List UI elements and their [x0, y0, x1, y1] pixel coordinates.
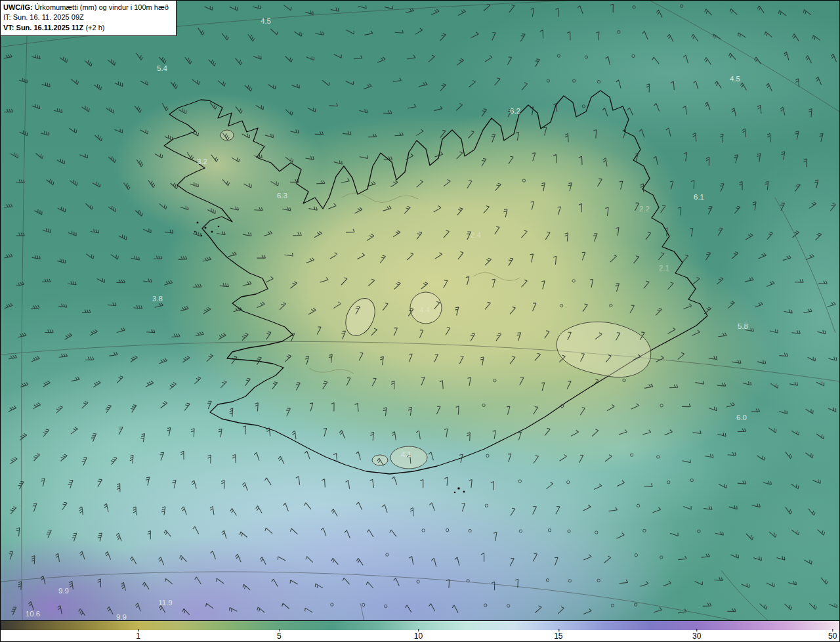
- colorbar-tick-label: 10: [414, 631, 423, 641]
- info-line-valid: VT: Sun. 16.11.2025 11Z (+2 h): [3, 23, 172, 33]
- colorbar-tick-label: 50: [828, 631, 837, 641]
- map-title: Úrkomumætti (mm) og vindur i 100m hæð: [35, 3, 169, 11]
- map-value-label: 4.5: [261, 17, 271, 25]
- map-value-label: 11.9: [158, 599, 173, 607]
- map-value-label: 3.8: [152, 295, 163, 303]
- iceland-outline: [164, 91, 707, 474]
- glacier-vatnajokull: [556, 322, 651, 377]
- valid-time: Sun. 16.11.2025 11Z: [16, 24, 84, 32]
- map-value-label: 6.1: [694, 193, 704, 201]
- map-value-label: 5.8: [738, 322, 748, 330]
- colorbar-tick-label: 15: [554, 631, 562, 641]
- map-value-label: 6.0: [736, 414, 747, 421]
- map-value-label: 6.3: [277, 192, 287, 200]
- init-time: Sun. 16. 11. 2025 09Z: [13, 13, 84, 21]
- map-value-label: 2.4: [471, 231, 481, 239]
- glacier-contours: [220, 130, 651, 469]
- map-value-label: 9.9: [58, 587, 69, 595]
- map-value-label: 4.1: [401, 450, 411, 458]
- map-value-label: 4.5: [730, 75, 740, 83]
- glacier-langjokull: [340, 293, 381, 340]
- info-box: UWC/IG: Úrkomumætti (mm) og vindur i 100…: [1, 1, 177, 36]
- colorbar-gradient: [1, 620, 839, 630]
- colorbar-tick-label: 5: [277, 631, 282, 641]
- map-value-label: 4.4: [419, 306, 430, 314]
- colorbar-tick-label: 30: [692, 631, 701, 641]
- map-value-label: 3.2: [197, 158, 207, 165]
- map-value-label: 2.1: [659, 264, 669, 272]
- model-label: UWC/IG:: [3, 3, 33, 11]
- valid-offset: (+2 h): [85, 24, 104, 32]
- init-label: IT:: [3, 13, 11, 21]
- map-value-label: 6.2: [510, 107, 520, 115]
- colorbar: 1510153050: [1, 620, 839, 641]
- info-line-init: IT: Sun. 16. 11. 2025 09Z: [3, 12, 172, 22]
- colorbar-ticks: 1510153050: [1, 630, 839, 641]
- colorbar-tick-label: 1: [136, 631, 140, 641]
- weather-map: 4.55.46.24.53.26.32.26.12.42.13.84.45.86…: [0, 0, 840, 642]
- map-value-label: 5.4: [157, 64, 167, 72]
- valid-label: VT:: [3, 24, 14, 32]
- info-line-title: UWC/IG: Úrkomumætti (mm) og vindur i 100…: [3, 3, 172, 12]
- map-value-label: 10.6: [26, 610, 40, 618]
- map-value-label: 2.2: [639, 205, 650, 213]
